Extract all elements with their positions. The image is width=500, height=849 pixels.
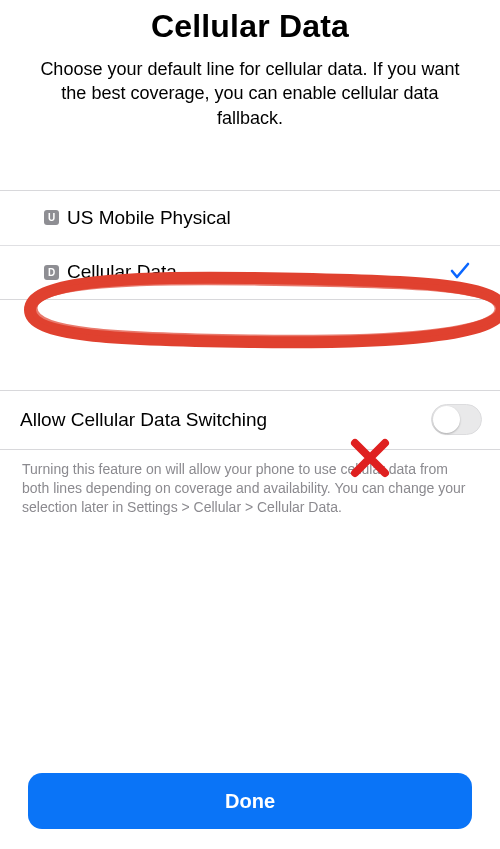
header: Cellular Data Choose your default line f…: [0, 0, 500, 130]
page-title: Cellular Data: [20, 8, 480, 45]
line-option-cellular-data[interactable]: D Cellular Data: [0, 245, 500, 299]
allow-switching-toggle[interactable]: [431, 404, 482, 435]
line-selection-group: U US Mobile Physical D Cellular Data: [0, 190, 500, 300]
page-subtitle: Choose your default line for cellular da…: [20, 57, 480, 130]
footer-description: Turning this feature on will allow your …: [0, 450, 500, 517]
done-button[interactable]: Done: [28, 773, 472, 829]
line-option-label: Cellular Data: [67, 261, 177, 283]
switch-label: Allow Cellular Data Switching: [20, 409, 267, 431]
switch-knob: [433, 406, 460, 433]
checkmark-icon: [450, 258, 470, 286]
sim-badge-icon: U: [44, 210, 59, 225]
switch-group: Allow Cellular Data Switching: [0, 390, 500, 450]
line-option-label: US Mobile Physical: [67, 207, 231, 229]
allow-switching-row: Allow Cellular Data Switching: [0, 391, 500, 449]
sim-badge-icon: D: [44, 265, 59, 280]
line-option-us-mobile[interactable]: U US Mobile Physical: [0, 191, 500, 245]
